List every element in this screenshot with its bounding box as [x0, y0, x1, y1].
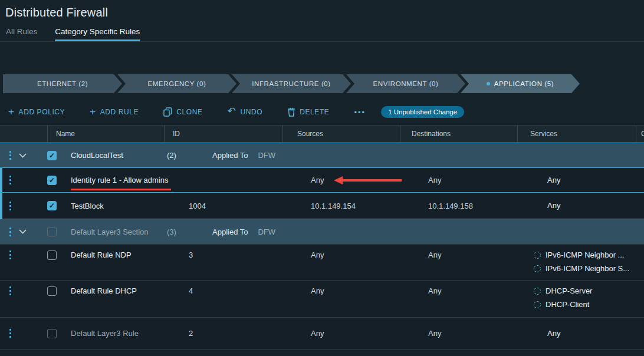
- category-strip: ETHERNET (2)EMERGENCY (0)INFRASTRUCTURE …: [0, 74, 644, 93]
- rule-row[interactable]: ✓Identity rule 1 - Allow adminsAnyAnyAny: [0, 168, 644, 193]
- service-entry[interactable]: IPv6-ICMP Neighbor S...: [534, 264, 629, 273]
- category-tab-infrastructure[interactable]: INFRASTRUCTURE (0): [232, 74, 351, 93]
- rule-name[interactable]: Default Rule NDP: [71, 250, 132, 259]
- rule-id-cell: 4: [164, 281, 282, 317]
- rule-name[interactable]: Identity rule 1 - Allow admins: [71, 176, 168, 184]
- service-entry[interactable]: DHCP-Server: [534, 286, 592, 296]
- service-cog-icon: [534, 288, 541, 295]
- row-checkbox[interactable]: ✓: [47, 151, 57, 160]
- rule-id-cell: 2: [164, 318, 282, 349]
- service-label: DHCP-Server: [546, 286, 592, 296]
- row-actions-cell: [0, 193, 47, 219]
- row-checkbox[interactable]: [47, 286, 57, 296]
- rule-row[interactable]: ✓TestBlock100410.1.149.15410.1.149.158An…: [0, 193, 644, 219]
- undo-icon: ↶: [228, 106, 236, 116]
- rule-row[interactable]: Default Layer3 Rule2AnyAnyAny: [0, 318, 644, 350]
- rule-name[interactable]: Default Layer3 Rule: [71, 329, 139, 338]
- row-checkbox[interactable]: ✓: [47, 176, 57, 185]
- policy-name[interactable]: CloudLocalTest: [71, 151, 123, 160]
- category-tab-label: ENVIRONMENT (0): [373, 80, 438, 87]
- add-policy-button[interactable]: + ADD POLICY: [8, 108, 65, 117]
- rules-table: Name ID Sources Destinations Services C …: [0, 125, 644, 350]
- distributed-firewall-page: Distributed Firewall All Rules Category …: [0, 0, 644, 356]
- more-actions-button[interactable]: •••: [354, 108, 366, 117]
- category-tab-emergency[interactable]: EMERGENCY (0): [117, 74, 236, 93]
- applied-to-cell: Applied ToDFW: [212, 219, 275, 244]
- service-cog-icon: [534, 252, 541, 259]
- sources-value[interactable]: Any: [311, 329, 324, 338]
- row-name-cell: CloudLocalTest: [66, 143, 164, 167]
- row-checkbox[interactable]: [47, 250, 57, 260]
- delete-button[interactable]: DELETE: [287, 107, 329, 117]
- service-label: DHCP-Client: [546, 300, 589, 309]
- service-label: Any: [547, 176, 560, 185]
- service-entry[interactable]: Any: [547, 201, 560, 210]
- rule-services-cell: Any: [517, 168, 636, 192]
- category-tab-environment[interactable]: ENVIRONMENT (0): [346, 74, 465, 93]
- category-tab-label: INFRASTRUCTURE (0): [252, 80, 330, 87]
- destinations-value[interactable]: Any: [428, 176, 441, 184]
- clone-button[interactable]: CLONE: [163, 107, 202, 117]
- plus-icon: +: [90, 107, 96, 117]
- service-cog-icon: [534, 301, 541, 308]
- chevron-down-icon[interactable]: [19, 229, 27, 234]
- service-entry[interactable]: DHCP-Client: [534, 300, 589, 309]
- policy-row[interactable]: ✓CloudLocalTest(2)Applied ToDFW: [0, 143, 644, 168]
- row-checkbox-cell: [47, 245, 66, 280]
- destinations-value[interactable]: Any: [428, 250, 441, 259]
- policy-rule-count: (2): [164, 143, 212, 167]
- rule-row[interactable]: Default Rule DHCP4AnyAnyDHCP-ServerDHCP-…: [0, 281, 644, 318]
- clone-label: CLONE: [176, 108, 202, 116]
- service-label: Any: [547, 201, 560, 210]
- undo-label: UNDO: [240, 108, 262, 116]
- row-checkbox[interactable]: [47, 227, 57, 236]
- tab-category-specific-rules[interactable]: Category Specific Rules: [55, 27, 140, 41]
- category-tab-label: ETHERNET (2): [37, 80, 88, 87]
- rule-row[interactable]: Default Rule NDP3AnyAnyIPv6-ICMP Neighbo…: [0, 245, 644, 281]
- add-policy-label: ADD POLICY: [19, 108, 65, 116]
- rule-name[interactable]: Default Rule DHCP: [71, 286, 137, 295]
- service-label: IPv6-ICMP Neighbor ...: [546, 250, 624, 260]
- row-menu-kebab-icon[interactable]: [9, 329, 11, 338]
- destinations-value[interactable]: 10.1.149.158: [428, 202, 473, 210]
- category-tab-application[interactable]: APPLICATION (5): [461, 74, 580, 93]
- view-tabbar: All Rules Category Specific Rules: [0, 27, 644, 42]
- rule-destinations-cell: Any: [400, 281, 517, 317]
- rule-name[interactable]: TestBlock: [71, 202, 104, 210]
- row-menu-kebab-icon[interactable]: [9, 176, 11, 184]
- undo-button[interactable]: ↶ UNDO: [228, 108, 263, 116]
- rule-id-cell: [164, 168, 282, 192]
- sources-value[interactable]: Any: [311, 250, 324, 259]
- row-menu-kebab-icon[interactable]: [9, 151, 11, 160]
- service-entry[interactable]: Any: [547, 329, 560, 338]
- row-menu-kebab-icon[interactable]: [9, 202, 11, 210]
- unpublished-change-badge[interactable]: 1 Unpublished Change: [381, 106, 464, 118]
- rule-destinations-cell: 10.1.149.158: [400, 193, 517, 219]
- applied-to-label: Applied To: [212, 151, 248, 160]
- row-menu-kebab-icon[interactable]: [9, 286, 11, 295]
- rule-services-cell: IPv6-ICMP Neighbor ...IPv6-ICMP Neighbor…: [517, 245, 636, 280]
- row-menu-kebab-icon[interactable]: [9, 228, 11, 236]
- row-name-cell: Default Layer3 Section: [66, 219, 164, 244]
- service-entry[interactable]: IPv6-ICMP Neighbor ...: [534, 250, 624, 260]
- row-actions-cell: [0, 143, 47, 167]
- applied-to-value[interactable]: DFW: [258, 228, 275, 236]
- row-actions-cell: [0, 219, 47, 244]
- category-tab-ethernet[interactable]: ETHERNET (2): [3, 74, 122, 93]
- tab-all-rules[interactable]: All Rules: [6, 27, 37, 41]
- chevron-down-icon[interactable]: [19, 153, 27, 158]
- policy-row[interactable]: Default Layer3 Section(3)Applied ToDFW: [0, 219, 644, 245]
- add-rule-button[interactable]: + ADD RULE: [90, 108, 139, 117]
- destinations-value[interactable]: Any: [428, 329, 441, 338]
- row-checkbox[interactable]: ✓: [47, 201, 57, 210]
- destinations-value[interactable]: Any: [428, 286, 441, 295]
- row-menu-kebab-icon[interactable]: [9, 250, 11, 259]
- applied-to-value[interactable]: DFW: [258, 151, 275, 160]
- service-entry[interactable]: Any: [547, 176, 560, 185]
- row-actions-cell: [0, 245, 47, 280]
- sources-value[interactable]: 10.1.149.154: [311, 202, 356, 210]
- policy-name[interactable]: Default Layer3 Section: [71, 228, 149, 236]
- sources-value[interactable]: Any: [311, 176, 324, 184]
- row-checkbox[interactable]: [47, 329, 57, 338]
- sources-value[interactable]: Any: [311, 286, 324, 295]
